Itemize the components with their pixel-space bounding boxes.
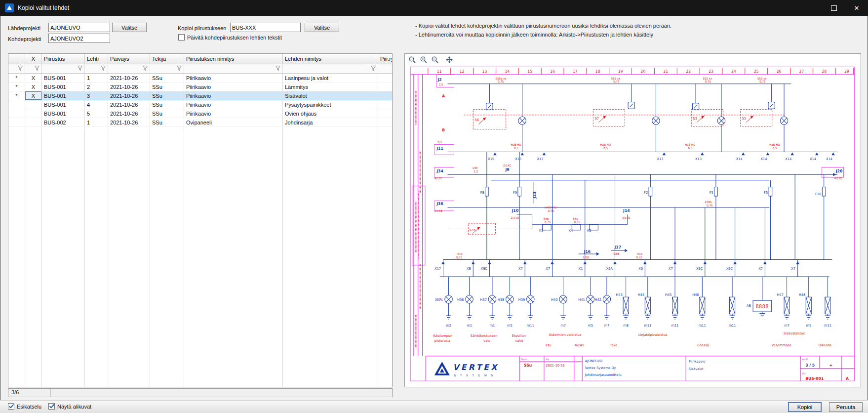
svg-text:X8: X8 (467, 267, 471, 271)
copy-to-valitse-button[interactable]: Valitse (305, 23, 339, 32)
svg-text:m11: m11 (699, 324, 706, 328)
filter-cell[interactable] (378, 64, 393, 74)
svg-text:0,75: 0,75 (613, 80, 620, 83)
filter-cell[interactable] (184, 64, 283, 74)
svg-text:2/14C: 2/14C (503, 164, 511, 167)
filter-cell[interactable] (8, 64, 25, 74)
kopioi-button[interactable]: Kopioi (788, 402, 822, 412)
svg-text:Käsilampun: Käsilampun (434, 333, 453, 337)
svg-text:24: 24 (731, 69, 736, 74)
filter-cell[interactable] (42, 64, 85, 74)
column-header[interactable]: Piirustus (42, 54, 85, 64)
filter-cell[interactable] (283, 64, 378, 74)
project-line-3: Johdinsarjasuunnittelu (585, 373, 622, 377)
filter-cell[interactable] (150, 64, 184, 74)
svg-text:HaB HU: HaB HU (511, 143, 521, 146)
svg-text:58b: 58b (544, 217, 549, 220)
zoom-window-icon[interactable] (408, 55, 417, 64)
svg-text:H47: H47 (777, 293, 784, 297)
svg-text:13: 13 (482, 69, 487, 74)
svg-text:F8: F8 (480, 191, 484, 195)
date-label: Piv (546, 358, 549, 361)
svg-text:m7: m7 (784, 324, 789, 328)
column-header[interactable]: Päiväys (108, 54, 150, 64)
brand-name: VERTEX (453, 363, 499, 372)
table-row[interactable]: *XBUS-00132021-10-26SSuPiirikaavioSisäva… (8, 91, 393, 100)
column-header[interactable]: Piir.ryhmä (378, 54, 393, 64)
svg-text:5/8B: 5/8B (613, 252, 620, 255)
table-row[interactable]: BUS-00212021-10-26SSuOvipaneeliJohdinsar… (8, 118, 393, 127)
svg-text:555 xx: 555 xx (757, 77, 767, 80)
svg-text:555 xx: 555 xx (611, 77, 621, 80)
table-row[interactable]: BUS-00152021-10-26SSuPiirikaavioOvien oh… (8, 109, 393, 118)
column-header[interactable]: Lehti (85, 54, 108, 64)
update-texts-checkbox[interactable]: Päivitä kohdepiirustuksen lehtien teksti… (178, 34, 282, 41)
close-button[interactable]: ✕ (845, 0, 868, 16)
preview-panel: VERTEX S Y S T E M S Suun SSu Piv 2021-1… (404, 53, 861, 387)
svg-text:0,5: 0,5 (688, 147, 693, 150)
svg-text:J10: J10 (512, 208, 519, 213)
svg-text:16: 16 (550, 69, 555, 74)
peruuta-button[interactable]: Peruuta (829, 402, 863, 412)
svg-text:H41: H41 (578, 298, 585, 302)
window-title: Kopioi valitut lehdet (18, 4, 69, 11)
table-row[interactable]: *XBUS-00122021-10-26SSuPiirikaavioLämmit… (8, 83, 393, 91)
table-row-empty (8, 144, 393, 152)
pan-icon[interactable] (445, 55, 454, 64)
svg-text:HaB HU: HaB HU (769, 143, 780, 146)
column-header[interactable]: X (25, 54, 42, 64)
svg-text:4/17C: 4/17C (434, 176, 442, 179)
target-project-input[interactable] (48, 34, 110, 43)
svg-text:S-10: S-10 (470, 229, 476, 232)
table-row-empty (8, 270, 393, 278)
copy-to-input[interactable] (230, 23, 301, 32)
svg-text:21: 21 (663, 69, 668, 74)
table-row-empty (8, 236, 393, 245)
table-row-empty (8, 329, 393, 337)
project-line-1: AJONEUVO (585, 359, 602, 363)
source-valitse-button[interactable]: Valitse (112, 23, 147, 32)
filter-cell[interactable] (25, 64, 42, 74)
svg-text:27: 27 (799, 69, 804, 74)
svg-text:K5: K5 (587, 229, 592, 233)
copy-sheets-dialog: { "titlebar": { "title": "Kopioi valitut… (0, 0, 868, 413)
column-header[interactable]: Lehden nimitys (283, 54, 378, 64)
filter-icon (34, 65, 40, 71)
checkbox-box (8, 403, 14, 410)
svg-text:0,75: 0,75 (498, 80, 504, 83)
filter-cell[interactable] (85, 64, 108, 74)
filter-icon (176, 65, 182, 71)
esikatselu-checkbox[interactable]: Esikatselu (8, 403, 41, 410)
table-row[interactable]: BUS-00142021-10-26SSuPiirikaavioPysäytys… (8, 100, 393, 109)
svg-text:X13: X13 (695, 157, 702, 161)
svg-text:F3: F3 (710, 191, 713, 195)
svg-text:555 xx: 555 xx (703, 77, 712, 80)
table-row-empty (8, 135, 393, 144)
table-row[interactable]: *XBUS-00112021-10-26SSuPiirikaavioLasinp… (8, 74, 393, 83)
filter-cell[interactable] (108, 64, 150, 74)
svg-text:0,5: 0,5 (603, 147, 608, 150)
maximize-button[interactable] (823, 0, 845, 16)
filter-icon (275, 65, 281, 71)
update-texts-label: Päivitä kohdepiirustuksen lehtien teksti… (187, 35, 282, 41)
table-row-empty (8, 371, 393, 379)
doc-name: Sisävalot (689, 367, 704, 371)
svg-text:H45: H45 (665, 293, 671, 297)
svg-text:XKPL: XKPL (435, 298, 443, 302)
help-line-1: - Kopioi valitut lehdet kohdeprojektin v… (415, 23, 671, 29)
table-row-empty (8, 320, 393, 329)
table-row-empty (8, 219, 393, 228)
svg-text:X7: X7 (518, 267, 523, 271)
zoom-out-icon[interactable] (431, 55, 439, 64)
nayta-alikuvat-checkbox[interactable]: Näytä alikuvat (48, 403, 91, 410)
svg-text:18: 18 (595, 69, 600, 74)
svg-text:k30: k30 (473, 166, 478, 169)
column-header[interactable]: Piirustuksen nimitys (184, 54, 283, 64)
table-header-row: XPiirustusLehtiPäiväysTekijäPiirustuksen… (8, 54, 393, 64)
svg-text:H39: H39 (518, 298, 525, 302)
column-header[interactable] (8, 54, 25, 64)
svg-text:0,75: 0,75 (548, 209, 554, 212)
source-project-input[interactable] (48, 23, 110, 32)
zoom-in-icon[interactable] (419, 55, 428, 64)
column-header[interactable]: Tekijä (150, 54, 184, 64)
